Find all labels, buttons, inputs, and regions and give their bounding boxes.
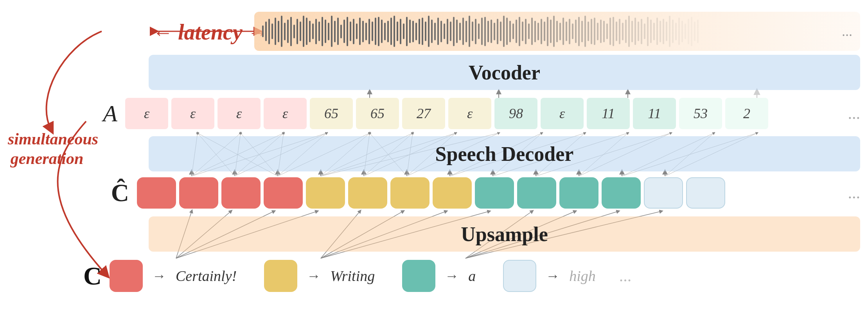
waveform-bar — [343, 20, 345, 43]
waveform-bar — [559, 23, 561, 40]
waveform-bar — [309, 21, 311, 42]
waveform-bar — [531, 18, 533, 45]
a-token-2: ε — [217, 98, 261, 129]
waveform-bar — [619, 19, 620, 44]
waveform-bar — [497, 19, 498, 44]
waveform-bar — [660, 21, 661, 42]
waveform-bar — [375, 18, 376, 45]
waveform-bar — [628, 16, 630, 47]
chat-token-10 — [559, 177, 598, 209]
waveform-bar — [678, 18, 680, 45]
waveform-bar — [462, 18, 464, 45]
waveform-bar — [675, 23, 677, 40]
c-arrow-0: → — [152, 268, 166, 284]
a-token-9: ε — [541, 98, 584, 129]
a-token-12: 53 — [679, 98, 722, 129]
waveform-bar — [472, 22, 473, 41]
waveform-bar — [506, 18, 508, 45]
waveform-bar — [456, 20, 458, 43]
waveform-bar — [365, 23, 367, 40]
waveform-bar — [453, 17, 455, 46]
waveform-bar — [368, 19, 370, 44]
a-token-13: 2 — [725, 98, 768, 129]
c-word-0: Certainly! — [176, 267, 237, 285]
waveform-bar — [566, 22, 567, 41]
a-token-0: ε — [125, 98, 168, 129]
waveform-bar — [672, 20, 674, 43]
waveform-bar — [581, 21, 583, 42]
waveform-bar — [394, 16, 395, 47]
waveform-bar — [491, 20, 492, 43]
chat-token-11 — [602, 177, 641, 209]
waveform-bar — [350, 22, 351, 41]
waveform-bar — [372, 22, 373, 41]
latency-bracket: ← latency → — [153, 20, 268, 45]
waveform-bar — [318, 22, 320, 41]
vocoder-box: Vocoder — [149, 55, 860, 90]
c-token-3 — [503, 260, 536, 292]
waveform-bar — [600, 20, 602, 43]
waveform-bar — [594, 18, 595, 45]
waveform-bar — [697, 20, 699, 43]
waveform-bar — [278, 21, 279, 42]
c-word-1: Writing — [330, 267, 375, 285]
waveform-bar — [603, 21, 605, 42]
waveform-bar — [412, 21, 414, 42]
waveform-bar — [409, 20, 411, 43]
waveform-bar — [528, 23, 530, 39]
waveform-bar — [447, 19, 448, 44]
waveform-bar — [450, 22, 451, 41]
waveform-bar — [541, 19, 542, 44]
waveform-bar — [578, 17, 580, 46]
waveform-bar — [644, 23, 645, 39]
chat-label: Ĉ — [78, 178, 129, 207]
waveform-bar — [653, 23, 655, 40]
c-item-3: →high — [503, 260, 596, 292]
waveform-bar — [550, 20, 552, 43]
waveform-bar — [328, 23, 329, 40]
waveform-bar — [325, 20, 326, 43]
waveform-bar — [387, 21, 389, 42]
waveform-bar — [275, 18, 276, 45]
waveform-bar — [415, 23, 417, 40]
waveform-bar — [340, 25, 342, 38]
waveform-bar — [544, 22, 545, 41]
waveform-bar — [400, 19, 401, 44]
waveform-bar — [641, 19, 642, 44]
waveform-bar — [494, 23, 495, 40]
waveform-bar — [287, 20, 289, 43]
c-token-2 — [402, 260, 435, 292]
a-token-1: ε — [171, 98, 214, 129]
waveform-bar — [284, 23, 286, 40]
waveform-bar — [428, 16, 430, 47]
waveform-bar — [694, 22, 695, 41]
waveform-bar — [650, 20, 652, 43]
waveform-bar — [403, 23, 404, 39]
waveform-bar — [688, 19, 689, 44]
waveform-bar — [512, 23, 514, 39]
waveform-bar — [591, 19, 592, 44]
c-hat-symbol: Ĉ — [111, 178, 129, 207]
chat-token-3 — [264, 177, 303, 209]
waveform-bar — [487, 21, 489, 42]
c-word-2: a — [468, 267, 476, 285]
waveform-bar — [425, 22, 426, 41]
a-label: A — [78, 100, 117, 127]
waveform-bar — [669, 16, 670, 47]
waveform-bar — [465, 21, 467, 42]
a-token-3: ε — [264, 98, 307, 129]
waveform-bar — [553, 16, 555, 47]
waveform-bar — [509, 21, 511, 42]
waveform-bar — [334, 21, 336, 42]
waveform-bar — [322, 17, 323, 46]
a-token-10: 11 — [587, 98, 630, 129]
waveform-bar — [606, 23, 608, 39]
waveform-bar — [437, 18, 439, 45]
waveform-bar — [440, 21, 442, 42]
waveform-bar — [634, 18, 636, 45]
waveform-bar — [306, 18, 307, 45]
chat-tokens — [137, 177, 844, 209]
waveform-lines — [262, 18, 838, 45]
chat-token-2 — [221, 177, 261, 209]
waveform-bar — [613, 17, 614, 46]
